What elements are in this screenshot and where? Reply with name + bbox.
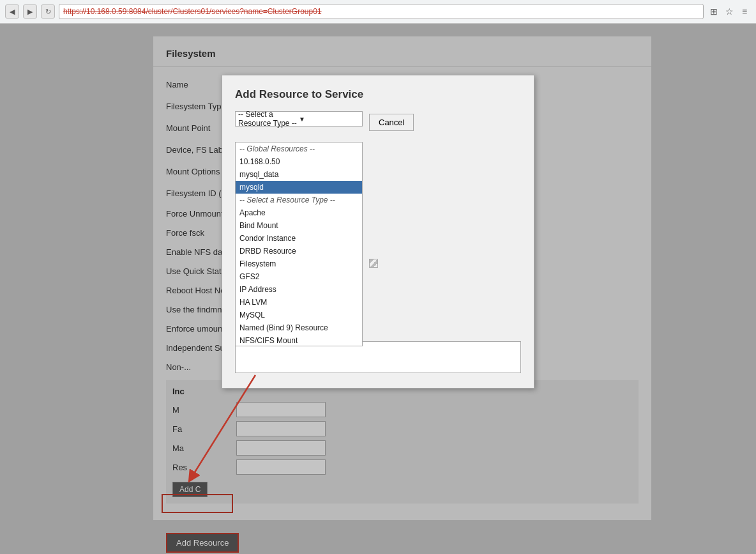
dropdown-item-mysqldata[interactable]: mysql_data [236, 168, 362, 181]
dropdown-item-nfscifs[interactable]: NFS/CIFS Mount [236, 334, 362, 346]
dropdown-item-condor[interactable]: Condor Instance [236, 232, 362, 245]
back-button[interactable]: ◀ [5, 4, 19, 19]
address-bar[interactable] [59, 4, 704, 19]
dropdown-item-mysqld[interactable]: mysqld [236, 181, 362, 194]
forward-button[interactable]: ▶ [23, 4, 37, 19]
extension-icon[interactable]: ⊞ [707, 5, 720, 18]
modal-title: Add Resource to Service [235, 88, 521, 101]
dropdown-item-bindmount[interactable]: Bind Mount [236, 219, 362, 232]
dropdown-item-gfs2[interactable]: GFS2 [236, 270, 362, 283]
dropdown-item-halvm[interactable]: HA LVM [236, 296, 362, 309]
dropdown-item-apache[interactable]: Apache [236, 206, 362, 219]
global-resources-header: -- Global Resources -- [236, 142, 362, 155]
bookmark-icon[interactable]: ☆ [723, 5, 736, 18]
resource-type-dropdown-trigger[interactable]: -- Select a Resource Type -- ▼ [235, 111, 363, 127]
modal-content-row: -- Select a Resource Type -- ▼ -- Global… [235, 111, 521, 331]
dropdown-item-named[interactable]: Named (Bind 9) Resource [236, 321, 362, 334]
dropdown-item-mysql[interactable]: MySQL [236, 309, 362, 321]
cancel-button[interactable]: Cancel [369, 114, 414, 131]
resource-type-dropdown-container: -- Select a Resource Type -- ▼ -- Global… [235, 111, 363, 331]
dropdown-arrow-icon: ▼ [299, 116, 359, 123]
dropdown-item-ipaddress[interactable]: IP Address [236, 283, 362, 296]
reload-button[interactable]: ↻ [41, 4, 55, 19]
browser-chrome: ◀ ▶ ↻ ⊞ ☆ ≡ [0, 0, 756, 24]
modal-overlay: Add Resource to Service -- Select a Reso… [0, 24, 756, 554]
dropdown-trigger-text: -- Select a Resource Type -- [238, 110, 299, 128]
dropdown-item-drbd[interactable]: DRBD Resource [236, 245, 362, 258]
resize-handle[interactable] [369, 259, 378, 268]
modal-actions: Cancel [369, 111, 414, 268]
menu-icon[interactable]: ≡ [738, 5, 751, 18]
main-content: Filesystem Name Filesystem Type ext4 Mou… [0, 24, 756, 554]
resource-type-separator: -- Select a Resource Type -- [236, 194, 362, 206]
dropdown-item-ip[interactable]: 10.168.0.50 [236, 155, 362, 168]
modal-dialog: Add Resource to Service -- Select a Reso… [222, 75, 534, 389]
dropdown-list[interactable]: -- Global Resources -- 10.168.0.50 mysql… [235, 142, 363, 346]
dropdown-item-filesystem[interactable]: Filesystem [236, 258, 362, 270]
